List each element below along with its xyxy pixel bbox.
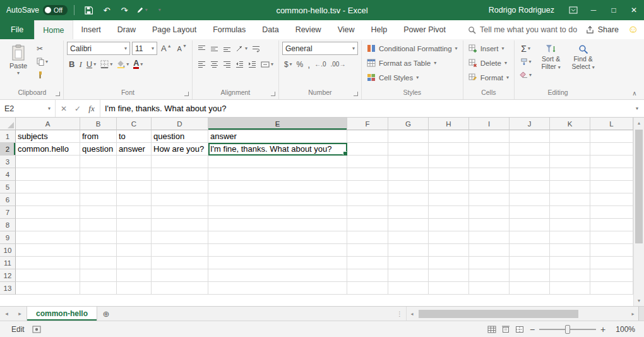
cell-I5[interactable] [469,181,510,193]
cell-B8[interactable] [80,219,117,231]
ribbon-display-options-button[interactable] [563,0,583,20]
row-header-5[interactable]: 5 [0,181,16,193]
align-right-button[interactable] [221,58,233,71]
cell-I2[interactable] [469,143,510,156]
horizontal-split-handle[interactable] [638,307,644,321]
format-painter-button[interactable] [35,68,60,82]
collapse-ribbon-button[interactable]: ∧ [629,90,640,97]
row-header-9[interactable]: 9 [0,231,16,244]
cell-F10[interactable] [347,244,388,257]
cell-C10[interactable] [117,244,152,257]
cell-C3[interactable] [117,156,152,168]
cell-E2[interactable]: I'm fine, thanks. What about you? [208,143,347,156]
tell-me-box[interactable]: Tell me what you want to do [468,20,577,39]
cell-A7[interactable] [16,206,80,219]
cut-button[interactable]: ✂ [35,42,60,55]
horizontal-scroll-track[interactable] [417,309,628,319]
zoom-slider-thumb[interactable] [565,325,570,334]
column-header-D[interactable]: D [152,118,208,130]
cell-F2[interactable] [347,143,388,156]
column-header-G[interactable]: G [388,118,429,130]
formula-input[interactable]: I'm fine, thanks. What about you? [100,100,630,117]
macro-record-icon[interactable] [32,326,41,333]
close-button[interactable]: ✕ [624,0,644,20]
cell-H13[interactable] [429,282,469,295]
cell-K10[interactable] [550,244,590,257]
select-all-corner[interactable] [0,118,16,130]
cell-G3[interactable] [388,156,429,168]
increase-decimal-button[interactable]: ←.0 [313,58,328,71]
cell-C12[interactable] [117,269,152,282]
cell-D10[interactable] [152,244,208,257]
undo-button[interactable]: ↶ [98,0,115,20]
cell-C11[interactable] [117,257,152,269]
row-header-1[interactable]: 1 [0,130,16,143]
ribbon-tab-home[interactable]: Home [34,20,73,39]
ribbon-tab-formulas[interactable]: Formulas [205,20,254,39]
percent-style-button[interactable]: % [295,58,306,71]
align-center-button[interactable] [208,58,220,71]
cell-C6[interactable] [117,193,152,206]
cell-A8[interactable] [16,219,80,231]
cell-D11[interactable] [152,257,208,269]
cell-A4[interactable] [16,168,80,181]
insert-function-button[interactable]: fx [85,102,98,115]
fill-color-button[interactable]: ▾ [115,58,131,71]
cell-E11[interactable] [208,257,347,269]
cell-E13[interactable] [208,282,347,295]
cell-I6[interactable] [469,193,510,206]
save-button[interactable] [81,0,97,20]
cell-H5[interactable] [429,181,469,193]
fill-button[interactable]: ▾ [518,55,534,68]
number-dialog-launcher[interactable] [354,92,358,96]
cell-L8[interactable] [590,219,633,231]
sheet-tab-common-hello[interactable]: common-hello [27,307,97,321]
cell-I13[interactable] [469,282,510,295]
cell-F4[interactable] [347,168,388,181]
cell-D12[interactable] [152,269,208,282]
cell-K13[interactable] [550,282,590,295]
horizontal-scroll-thumb[interactable] [419,310,578,318]
font-dialog-launcher[interactable] [184,92,189,96]
row-header-4[interactable]: 4 [0,168,16,181]
align-left-button[interactable] [196,58,208,71]
cell-L3[interactable] [590,156,633,168]
ribbon-tab-power-pivot[interactable]: Power Pivot [395,20,454,39]
cell-I1[interactable] [469,130,510,143]
cell-B13[interactable] [80,282,117,295]
scroll-down-button[interactable]: ▾ [634,295,644,306]
column-header-J[interactable]: J [510,118,550,130]
cell-E3[interactable] [208,156,347,168]
ribbon-tab-review[interactable]: Review [287,20,330,39]
cell-J3[interactable] [510,156,550,168]
decrease-indent-button[interactable] [234,58,246,71]
cell-G5[interactable] [388,181,429,193]
format-as-table-button[interactable]: Format as Table ▾ [365,56,438,70]
cell-L1[interactable] [590,130,633,143]
cell-G2[interactable] [388,143,429,156]
cell-B4[interactable] [80,168,117,181]
cell-G11[interactable] [388,257,429,269]
cell-C7[interactable] [117,206,152,219]
cell-D2[interactable]: How are you? [152,143,208,156]
cell-E12[interactable] [208,269,347,282]
ribbon-tab-help[interactable]: Help [363,20,396,39]
cell-L12[interactable] [590,269,633,282]
column-header-I[interactable]: I [469,118,510,130]
column-header-F[interactable]: F [347,118,388,130]
cell-G9[interactable] [388,231,429,244]
cell-J2[interactable] [510,143,550,156]
cell-C9[interactable] [117,231,152,244]
cell-F12[interactable] [347,269,388,282]
cell-C5[interactable] [117,181,152,193]
cell-G10[interactable] [388,244,429,257]
column-header-L[interactable]: L [590,118,633,130]
font-color-button[interactable]: A ▾ [131,58,145,71]
cell-E7[interactable] [208,206,347,219]
clear-button[interactable]: ▾ [518,68,534,82]
cell-A9[interactable] [16,231,80,244]
cell-G6[interactable] [388,193,429,206]
ribbon-tab-data[interactable]: Data [254,20,287,39]
cell-C4[interactable] [117,168,152,181]
orientation-button[interactable]: ▾ [234,42,249,55]
